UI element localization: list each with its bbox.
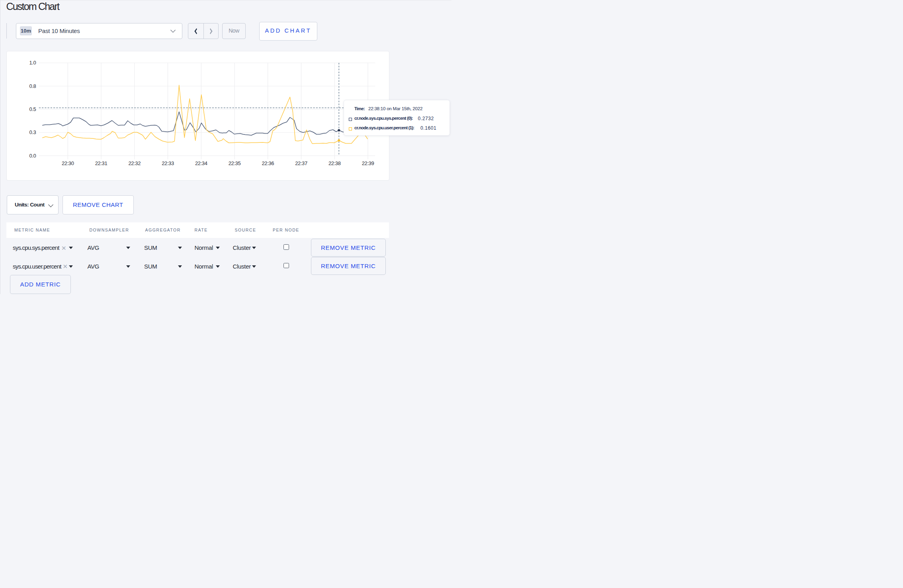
svg-text:22:31: 22:31 [95,160,108,166]
svg-text:0.3: 0.3 [29,129,36,135]
svg-text:22:35: 22:35 [229,160,241,166]
svg-text:22:37: 22:37 [295,160,307,166]
svg-text:22:30: 22:30 [62,160,74,166]
svg-text:0.0: 0.0 [29,153,36,159]
svg-text:22:36: 22:36 [262,160,274,166]
svg-text:0.8: 0.8 [29,83,36,89]
svg-text:22:38: 22:38 [328,160,341,166]
svg-text:22:39: 22:39 [362,160,374,166]
svg-text:22:32: 22:32 [128,160,141,166]
svg-text:0.5: 0.5 [29,106,36,112]
svg-text:22:34: 22:34 [195,160,207,166]
svg-text:1.0: 1.0 [29,60,36,66]
svg-text:22:33: 22:33 [162,160,174,166]
